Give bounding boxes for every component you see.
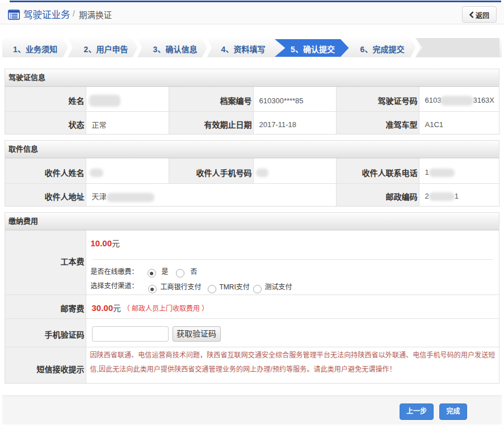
svg-text:3、确认信息: 3、确认信息 xyxy=(153,45,198,54)
svg-text:1、业务须知: 1、业务须知 xyxy=(13,45,57,54)
svg-text:5、确认提交: 5、确认提交 xyxy=(291,45,335,54)
svg-text:6、完成提交: 6、完成提交 xyxy=(360,45,405,54)
svg-text:2、用户申告: 2、用户申告 xyxy=(84,45,128,54)
svg-text:4、资料填写: 4、资料填写 xyxy=(221,45,266,54)
